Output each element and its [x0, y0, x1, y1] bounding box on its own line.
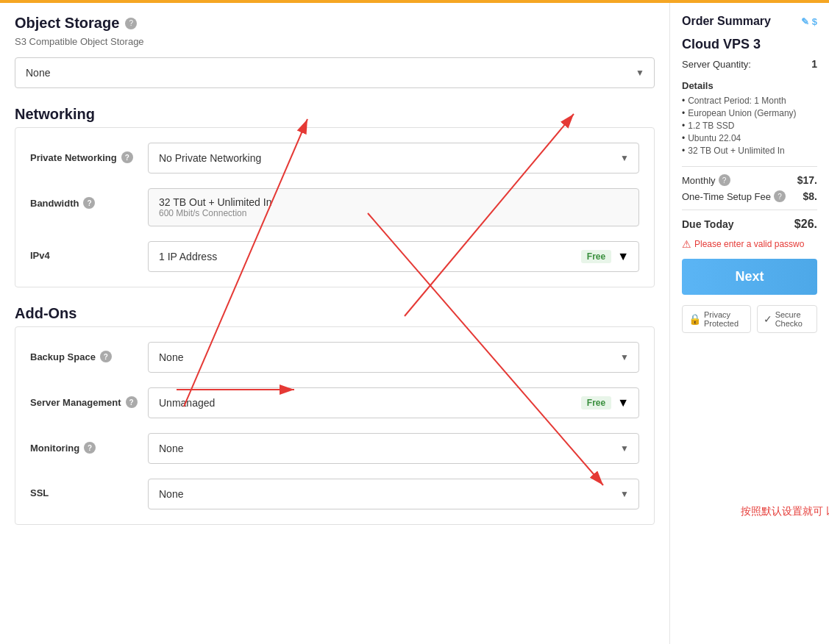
lock-icon: 🔒	[689, 313, 701, 325]
section-6-header: Object Storage ?	[15, 15, 655, 32]
edit-link[interactable]: ✎ $	[801, 16, 817, 27]
private-networking-control: No Private Networking Enable Private Net…	[148, 143, 639, 173]
bullet-1: •	[682, 96, 685, 106]
private-networking-select[interactable]: No Private Networking Enable Private Net…	[148, 143, 639, 173]
bandwidth-label: Bandwidth ?	[30, 188, 148, 209]
monitoring-row: Monitoring ? None Basic Advanced ▼	[30, 433, 639, 464]
ssl-control: None Basic SSL Advanced SSL ▼	[148, 479, 639, 509]
ssl-row: SSL None Basic SSL Advanced SSL ▼	[30, 479, 639, 509]
detail-item-5: • 32 TB Out + Unlimited In	[682, 146, 817, 156]
quantity-label: Server Quantity:	[682, 59, 751, 70]
backup-space-label: Backup Space ?	[30, 342, 148, 362]
bullet-5: •	[682, 146, 685, 156]
error-icon: ⚠	[682, 238, 691, 250]
setup-fee-value: $8.	[803, 190, 817, 202]
server-management-help-icon[interactable]: ?	[126, 396, 138, 408]
next-button[interactable]: Next	[682, 259, 817, 295]
secure-badge: ✓ Secure Checko	[757, 305, 817, 333]
ipv4-row: IPv4 1 IP Address 2 IP Addresses 3 IP Ad…	[30, 241, 639, 272]
backup-space-control: None 25 GB 50 GB 100 GB ▼	[148, 342, 639, 373]
backup-space-select[interactable]: None 25 GB 50 GB 100 GB	[148, 342, 639, 373]
setup-fee-label: One-Time Setup Fee ?	[682, 190, 786, 202]
monitoring-label: Monitoring ?	[30, 433, 148, 454]
chinese-annotation: 按照默认设置就可 以	[741, 503, 829, 519]
section-networking: Networking Private Networking ? No	[15, 106, 655, 287]
section-addons: Add-Ons Backup Space ? None	[15, 305, 655, 525]
section-7-header: Networking	[15, 106, 655, 123]
section-object-storage: Object Storage ? S3 Compatible Object St…	[15, 15, 655, 88]
content-wrapper: Object Storage ? S3 Compatible Object St…	[0, 3, 829, 644]
addons-fields: Backup Space ? None 25 GB 50 GB 100 GB	[15, 326, 655, 525]
monitoring-select-wrapper: None Basic Advanced ▼	[148, 433, 639, 464]
setup-fee-help-icon[interactable]: ?	[774, 190, 786, 202]
quantity-row: Server Quantity: 1	[682, 58, 817, 70]
ssl-select[interactable]: None Basic SSL Advanced SSL	[148, 479, 639, 509]
server-management-control: Unmanaged Managed Free ▼	[148, 387, 639, 418]
bullet-4: •	[682, 133, 685, 143]
private-networking-row: Private Networking ? No Private Networki…	[30, 143, 639, 173]
bandwidth-control: 32 TB Out + Unlimited In 600 Mbit/s Conn…	[148, 188, 639, 226]
page-wrapper: Object Storage ? S3 Compatible Object St…	[0, 0, 829, 644]
monthly-help-icon[interactable]: ?	[719, 174, 730, 186]
divider-1	[682, 166, 817, 167]
server-management-label: Server Management ?	[30, 387, 148, 408]
due-today-label: Due Today	[682, 218, 734, 230]
privacy-badge: 🔒 Privacy Protected	[682, 305, 751, 333]
bandwidth-display: 32 TB Out + Unlimited In 600 Mbit/s Conn…	[148, 188, 639, 226]
bandwidth-row: Bandwidth ? 32 TB Out + Unlimited In 600…	[30, 188, 639, 226]
due-today-value: $26.	[794, 218, 817, 231]
section-8-header: Add-Ons	[15, 305, 655, 322]
setup-fee-row: One-Time Setup Fee ? $8.	[682, 190, 817, 202]
monitoring-select[interactable]: None Basic Advanced	[148, 433, 639, 464]
section-8-title: Add-Ons	[15, 305, 77, 322]
detail-item-1: • Contract Period: 1 Month	[682, 96, 817, 106]
backup-space-help-icon[interactable]: ?	[100, 351, 112, 362]
section-6-title: Object Storage	[15, 15, 119, 32]
details-title: Details	[682, 80, 817, 91]
quantity-value: 1	[811, 58, 817, 70]
section-6-help-icon[interactable]: ?	[125, 18, 137, 29]
backup-space-select-wrapper: None 25 GB 50 GB 100 GB ▼	[148, 342, 639, 373]
ipv4-select-wrapper: 1 IP Address 2 IP Addresses 3 IP Address…	[148, 241, 639, 272]
networking-fields: Private Networking ? No Private Networki…	[15, 127, 655, 287]
ssl-label: SSL	[30, 479, 148, 498]
sidebar: Order Summary ✎ $ Cloud VPS 3 Server Qua…	[669, 3, 829, 644]
bullet-3: •	[682, 121, 685, 131]
monthly-row: Monthly ? $17.	[682, 174, 817, 186]
ipv4-label: IPv4	[30, 241, 148, 261]
detail-item-3: • 1.2 TB SSD	[682, 121, 817, 131]
private-networking-select-wrapper: No Private Networking Enable Private Net…	[148, 143, 639, 173]
section-7-title: Networking	[15, 106, 95, 123]
bullet-2: •	[682, 108, 685, 118]
order-summary-title: Order Summary ✎ $	[682, 15, 817, 28]
server-management-select[interactable]: Unmanaged Managed	[148, 387, 639, 418]
due-today-row: Due Today $26.	[682, 218, 817, 231]
monitoring-control: None Basic Advanced ▼	[148, 433, 639, 464]
detail-item-4: • Ubuntu 22.04	[682, 133, 817, 143]
object-storage-select-wrapper: None 250 GB 500 GB 1 TB ▼	[15, 57, 655, 88]
main-content: Object Storage ? S3 Compatible Object St…	[0, 3, 669, 644]
error-message: ⚠ Please enter a valid passwo	[682, 238, 817, 250]
details-section: Details • Contract Period: 1 Month • Eur…	[682, 80, 817, 156]
checkmark-icon: ✓	[764, 313, 772, 325]
monthly-value: $17.	[797, 174, 817, 186]
bandwidth-sub-text: 600 Mbit/s Connection	[159, 208, 628, 218]
private-networking-help-icon[interactable]: ?	[121, 151, 133, 163]
ssl-select-wrapper: None Basic SSL Advanced SSL ▼	[148, 479, 639, 509]
private-networking-label: Private Networking ?	[30, 143, 148, 163]
divider-2	[682, 210, 817, 210]
trust-badges: 🔒 Privacy Protected ✓ Secure Checko	[682, 305, 817, 333]
monthly-label: Monthly ?	[682, 174, 730, 186]
server-management-row: Server Management ? Unmanaged Managed Fr	[30, 387, 639, 418]
section-6-subtitle: S3 Compatible Object Storage	[15, 36, 655, 47]
server-management-select-wrapper: Unmanaged Managed Free ▼	[148, 387, 639, 418]
backup-space-row: Backup Space ? None 25 GB 50 GB 100 GB	[30, 342, 639, 373]
bandwidth-help-icon[interactable]: ?	[83, 197, 95, 209]
detail-item-2: • European Union (Germany)	[682, 108, 817, 118]
product-name: Cloud VPS 3	[682, 37, 817, 52]
ipv4-control: 1 IP Address 2 IP Addresses 3 IP Address…	[148, 241, 639, 272]
bandwidth-main-text: 32 TB Out + Unlimited In	[159, 196, 628, 208]
ipv4-select[interactable]: 1 IP Address 2 IP Addresses 3 IP Address…	[148, 241, 639, 272]
monitoring-help-icon[interactable]: ?	[84, 442, 96, 454]
object-storage-select[interactable]: None 250 GB 500 GB 1 TB	[15, 57, 655, 88]
